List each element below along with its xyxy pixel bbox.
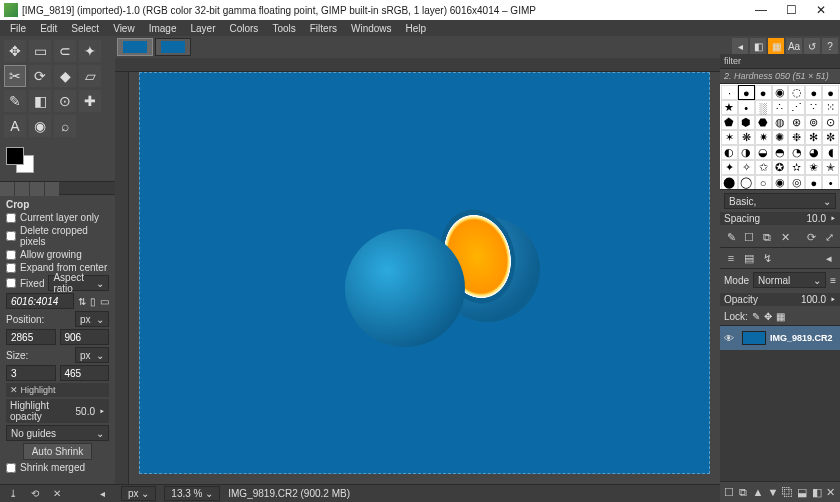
tool-lasso[interactable]: ⊂ [54,40,76,62]
tab-paths-icon[interactable]: ↯ [760,251,774,265]
mode-switch-icon[interactable]: ≡ [830,275,836,286]
zoom-dropdown[interactable]: 13.3 % ⌄ [164,486,220,501]
tab-brushes[interactable]: ◧ [750,38,766,54]
tab-patterns[interactable]: ▦ [768,38,784,54]
save-icon[interactable]: ⤓ [6,487,20,501]
visibility-icon[interactable]: 👁 [724,333,738,344]
tab-history[interactable]: ↺ [804,38,820,54]
lock-pixels-icon[interactable]: ✎ [752,311,760,322]
restore-icon[interactable]: ⟲ [28,487,42,501]
tool-clone[interactable]: ⊙ [54,90,76,112]
tab-channels-icon[interactable]: ▤ [742,251,756,265]
brush-preset-dropdown[interactable]: Basic, [724,193,836,209]
menu-layer[interactable]: Layer [184,23,221,34]
menu-filters[interactable]: Filters [304,23,343,34]
spinner-icon[interactable]: ‣ [99,406,105,417]
tool-rect-select[interactable]: ▭ [29,40,51,62]
auto-shrink-button[interactable]: Auto Shrink [23,443,93,460]
swap-icon[interactable]: ⇅ [78,296,86,307]
tool-text[interactable]: A [4,115,26,137]
ruler-vertical[interactable] [115,72,129,484]
mask-layer-icon[interactable]: ◧ [812,485,822,499]
portrait-icon[interactable]: ▯ [90,296,96,307]
tool-eraser[interactable]: ◧ [29,90,51,112]
menu-select[interactable]: Select [65,23,105,34]
lower-layer-icon[interactable]: ▼ [767,485,778,499]
menu-help[interactable]: Help [400,23,433,34]
tab-layers-icon[interactable]: ≡ [724,251,738,265]
help-icon[interactable]: ? [822,38,838,54]
filter-label[interactable]: filter [720,54,840,68]
highlight-toggle[interactable]: ✕ Highlight [6,383,109,397]
cb-expand-center[interactable] [6,263,16,273]
edit-brush-icon[interactable]: ✎ [724,230,738,244]
fg-bg-colors[interactable] [4,145,111,177]
tool-warp[interactable]: ◆ [54,65,76,87]
tool-rotate[interactable]: ⟳ [29,65,51,87]
dock-tab-3[interactable] [30,182,44,196]
merge-layer-icon[interactable]: ⬓ [797,485,807,499]
tool-wand[interactable]: ✦ [79,40,101,62]
canvas[interactable] [129,72,720,484]
cb-fixed[interactable] [6,278,16,288]
spinner-icon[interactable]: ‣ [830,213,836,224]
menu-icon[interactable]: ◂ [95,487,109,501]
pos-y-input[interactable]: 906 [60,329,110,345]
raise-layer-icon[interactable]: ▲ [753,485,764,499]
lock-alpha-icon[interactable]: ▦ [776,311,785,322]
opacity-value[interactable]: 100.0 [801,294,826,305]
cb-allow-growing[interactable] [6,250,16,260]
pos-x-input[interactable]: 2865 [6,329,56,345]
cb-delete-cropped[interactable] [6,231,16,241]
dock-tab-2[interactable] [15,182,29,196]
size-w-input[interactable]: 3 [6,365,56,381]
new-group-icon[interactable]: ⧉ [738,485,748,499]
size-h-input[interactable]: 465 [60,365,110,381]
tab-fonts[interactable]: Aa [786,38,802,54]
dock-tab-4[interactable] [45,182,59,196]
spacing-value[interactable]: 10.0 [807,213,826,224]
del-brush-icon[interactable]: ✕ [778,230,792,244]
spinner-icon[interactable]: ‣ [830,294,836,305]
refresh-brush-icon[interactable]: ⟳ [804,230,818,244]
lock-position-icon[interactable]: ✥ [764,311,772,322]
dup-brush-icon[interactable]: ⧉ [760,230,774,244]
new-layer-icon[interactable]: ☐ [724,485,734,499]
menu-view[interactable]: View [107,23,141,34]
menu-windows[interactable]: Windows [345,23,398,34]
delete-layer-icon[interactable]: ✕ [826,485,836,499]
tool-pencil[interactable]: ✎ [4,90,26,112]
size-unit-dropdown[interactable]: px [75,347,109,363]
fg-color[interactable] [6,147,24,165]
delete-icon[interactable]: ✕ [50,487,64,501]
position-unit-dropdown[interactable]: px [75,311,109,327]
menu-edit[interactable]: Edit [34,23,63,34]
ruler-horizontal[interactable] [115,58,720,72]
tool-crop[interactable]: ✂ [4,65,26,87]
dock-tab-tooloptions[interactable] [0,182,14,196]
menu-colors[interactable]: Colors [223,23,264,34]
landscape-icon[interactable]: ▭ [100,296,109,307]
image-tab-2[interactable] [155,38,191,56]
cb-shrink-merged[interactable] [6,463,16,473]
tool-move[interactable]: ✥ [4,40,26,62]
menu-file[interactable]: File [4,23,32,34]
ratio-input[interactable]: 6016:4014 [6,293,74,309]
close-button[interactable]: ✕ [806,0,836,20]
tool-heal[interactable]: ✚ [79,90,101,112]
new-brush-icon[interactable]: ☐ [742,230,756,244]
blend-mode-dropdown[interactable]: Normal [753,272,826,288]
tool-zoom[interactable]: ⌕ [54,115,76,137]
guides-dropdown[interactable]: No guides [6,425,109,441]
layer-row[interactable]: 👁 IMG_9819.CR2 [720,326,840,350]
cb-current-layer[interactable] [6,213,16,223]
open-brush-icon[interactable]: ⤢ [822,230,836,244]
menu-tools[interactable]: Tools [266,23,301,34]
fixed-mode-dropdown[interactable]: Aspect ratio [48,275,109,291]
tool-perspective[interactable]: ▱ [79,65,101,87]
maximize-button[interactable]: ☐ [776,0,806,20]
image-tab-1[interactable] [117,38,153,56]
menu-image[interactable]: Image [143,23,183,34]
hl-opacity-value[interactable]: 50.0 [76,406,95,417]
dup-layer-icon[interactable]: ⿻ [782,485,793,499]
